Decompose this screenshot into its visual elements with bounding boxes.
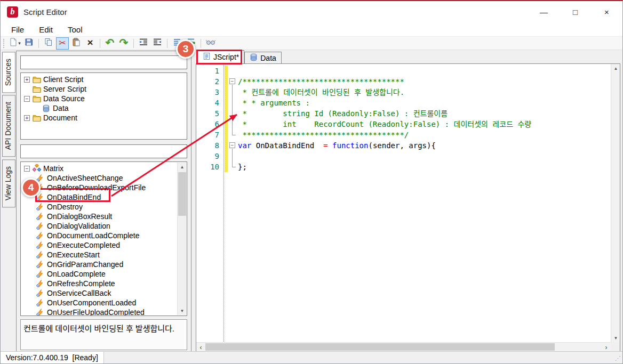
event-item-onservicecallback[interactable]: OnServiceCallBack [22, 288, 186, 298]
code-editor[interactable]: 12345678910 −− /************************… [196, 63, 620, 352]
event-lightning-icon [36, 231, 45, 240]
menu-file[interactable]: File [4, 25, 31, 34]
code-text[interactable]: /************************************ * … [238, 66, 610, 342]
tree-item-data[interactable]: Data [22, 103, 186, 113]
fold-guide-line [232, 85, 233, 135]
tree-item-client-script[interactable]: +Client Script [22, 75, 186, 84]
event-lightning-icon [36, 212, 45, 221]
code-line-6[interactable]: * int RecordCount (Readonly:False) : 데이터… [238, 119, 610, 130]
event-item-onuserfileuploadcompleted[interactable]: OnUserFileUploadCompleted [22, 308, 186, 316]
sidebar-tab-sources[interactable]: Sources [2, 52, 15, 93]
scroll-up-icon[interactable]: ▲ [611, 64, 620, 72]
code-line-2[interactable]: /************************************ [238, 76, 610, 87]
line-number: 6 [196, 119, 223, 130]
expand-plus-icon[interactable]: + [24, 77, 30, 83]
menu-tool[interactable]: Tool [60, 25, 90, 34]
editor-vertical-scrollbar[interactable]: ▲ ▼ [611, 64, 620, 342]
scroll-down-icon[interactable]: ▼ [611, 334, 620, 342]
event-item-label: OnLoadComplete [47, 270, 106, 278]
event-item-onusercomponentloaded[interactable]: OnUserComponentLoaded [22, 298, 186, 308]
editor-tab-data[interactable]: Data [244, 52, 282, 63]
tree-item-data-source[interactable]: −Data Source [22, 94, 186, 103]
event-item-onloadcomplete[interactable]: OnLoadComplete [22, 269, 186, 279]
indent-decrease-button[interactable] [151, 37, 164, 50]
tree-item-label: Client Script [43, 75, 83, 84]
minimize-button[interactable]: — [528, 1, 560, 22]
sidebar-tab-api-document[interactable]: API Document [2, 95, 15, 157]
paste-icon [72, 38, 81, 48]
code-line-8[interactable]: var OnDataBindEnd = function(sender, arg… [238, 140, 610, 151]
undo-button[interactable]: ↶ [103, 37, 116, 50]
collapse-minus-icon[interactable]: − [24, 166, 30, 172]
indent-decrease-icon [153, 38, 162, 48]
code-token: var [238, 141, 251, 150]
scroll-down-icon[interactable]: ▼ [178, 306, 187, 315]
event-lightning-icon [36, 308, 45, 316]
code-line-4[interactable]: * * arguments : [238, 98, 610, 108]
fold-collapse-icon[interactable]: − [229, 142, 235, 148]
line-number: 3 [196, 87, 223, 98]
maximize-button[interactable]: □ [560, 1, 591, 22]
event-lightning-icon [36, 241, 45, 249]
collapse-minus-icon[interactable]: − [24, 96, 30, 102]
line-number-gutter: 12345678910 [196, 64, 224, 342]
modified-lines-strip [225, 66, 228, 172]
event-lightning-icon [36, 203, 45, 211]
source-filter-input[interactable] [20, 55, 187, 69]
code-line-9[interactable] [238, 151, 610, 161]
scroll-left-icon[interactable]: ‹ [196, 343, 205, 352]
event-item-onrefreshcomplete[interactable]: OnRefreshComplete [22, 279, 186, 288]
redo-button[interactable]: ↷ [117, 37, 130, 50]
tree-item-document[interactable]: +Document [22, 113, 186, 123]
editor-area: JScript*Data 12345678910 −− /***********… [196, 50, 620, 352]
event-item-ondialogboxresult[interactable]: OnDialogBoxResult [22, 212, 186, 221]
expand-plus-icon[interactable]: + [24, 115, 30, 121]
matrix-icon [32, 164, 41, 173]
event-item-onexecutecompleted[interactable]: OnExecuteCompleted [22, 240, 186, 250]
event-filter-input[interactable] [20, 144, 187, 158]
event-tree-scrollbar[interactable]: ▲ ▼ [177, 163, 186, 315]
event-item-ondialogvalidation[interactable]: OnDialogValidation [22, 221, 186, 231]
new-document-button[interactable]: ▾ [9, 37, 21, 50]
scroll-right-icon[interactable]: › [602, 343, 611, 352]
code-line-3[interactable]: * 컨트롤에 데이터셋이 바인딩된 후 발생합니다. [238, 87, 610, 98]
cut-button[interactable]: ✂ [56, 37, 69, 50]
code-line-10[interactable]: }; [238, 161, 610, 172]
resize-grip-icon[interactable]: ⋰ [615, 352, 622, 363]
search-tool-button[interactable] [204, 37, 217, 50]
event-item-onexecutestart[interactable]: OnExecuteStart [22, 250, 186, 260]
indent-increase-button[interactable] [137, 37, 150, 50]
scrollbar-thumb[interactable] [205, 343, 555, 351]
search-tool-icon [206, 38, 215, 48]
scrollbar-thumb[interactable] [178, 172, 186, 216]
editor-horizontal-scrollbar[interactable]: ‹ › [196, 342, 611, 351]
version-status: Version:7.0.400.19 [Ready] [1, 352, 104, 363]
event-item-label: OnDestroy [47, 203, 83, 211]
menu-edit[interactable]: Edit [31, 25, 60, 34]
scroll-up-icon[interactable]: ▲ [178, 163, 187, 171]
event-item-ondocumentloadcomplete[interactable]: OnDocumentLoadComplete [22, 231, 186, 240]
paste-button[interactable] [70, 37, 83, 50]
event-lightning-icon [36, 279, 45, 288]
event-item-onactivesheetchange[interactable]: OnActiveSheetChange [22, 173, 186, 183]
delete-button[interactable]: × [84, 37, 97, 50]
code-line-1[interactable] [238, 66, 610, 76]
tree-item-matrix[interactable]: −Matrix [22, 164, 186, 173]
event-item-ongridparamchanged[interactable]: OnGridParamChanged [22, 260, 186, 269]
event-item-label: OnExecuteStart [47, 250, 100, 259]
status-bar: Version:7.0.400.19 [Ready] ⋰ [1, 351, 622, 363]
save-button[interactable] [22, 37, 35, 50]
event-item-label: OnGridParamChanged [47, 260, 123, 269]
line-number: 2 [196, 76, 223, 87]
toolbar-grip[interactable] [3, 39, 6, 48]
code-line-5[interactable]: * string Id (Readonly:False) : 컨트롤이름 [238, 108, 610, 119]
code-line-7[interactable]: ************************************/ [238, 130, 610, 140]
event-item-ondestroy[interactable]: OnDestroy [22, 202, 186, 212]
dropdown-caret-icon[interactable]: ▾ [18, 41, 21, 46]
fold-collapse-icon[interactable]: − [229, 78, 235, 84]
close-button[interactable]: × [591, 1, 622, 22]
tree-item-server-script[interactable]: Server Script [22, 84, 186, 94]
sidebar-tab-view-logs[interactable]: View Logs [2, 159, 15, 207]
copy-button[interactable] [42, 37, 55, 50]
redo-icon: ↷ [119, 38, 129, 48]
